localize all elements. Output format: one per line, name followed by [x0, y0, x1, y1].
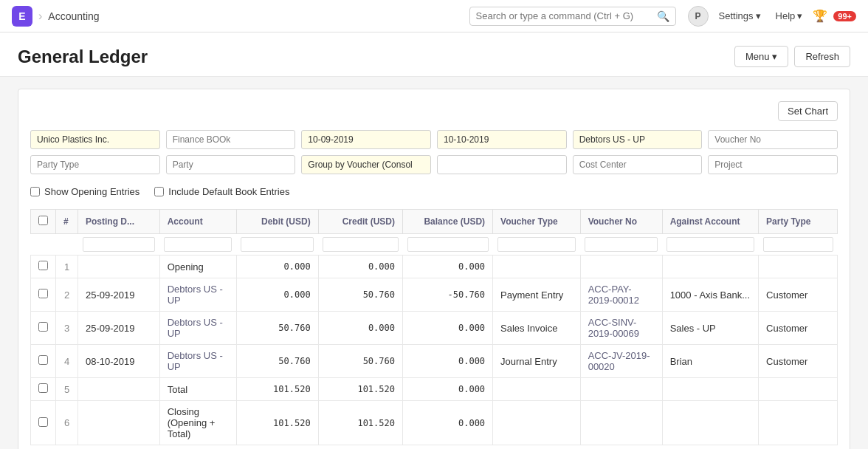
row-party-type	[759, 401, 838, 445]
table-row[interactable]: 3 25-09-2019 Debtors US - UP 50.760 0.00…	[31, 312, 838, 345]
row-account[interactable]: Debtors US - UP	[159, 345, 236, 378]
col4-filter[interactable]	[437, 155, 567, 174]
filter-cell-balance[interactable]	[403, 234, 493, 256]
search-bar[interactable]: 🔍	[469, 7, 676, 26]
row-balance: 0.000	[403, 312, 493, 345]
notification-badge[interactable]: 99+	[833, 11, 856, 21]
row-balance: 0.000	[403, 256, 493, 278]
row-posting-date	[78, 378, 160, 401]
filter-cell-credit[interactable]	[318, 234, 402, 256]
nav-breadcrumb: Accounting	[48, 10, 99, 22]
refresh-button[interactable]: Refresh	[794, 46, 850, 67]
row-voucher-type	[493, 401, 581, 445]
col-select	[31, 210, 56, 234]
row-select-cell[interactable]	[31, 256, 56, 278]
company-filter[interactable]	[30, 130, 160, 149]
filter-cell-ptype[interactable]	[759, 234, 838, 256]
filter-cell-date[interactable]	[78, 234, 160, 256]
col-party-type[interactable]: Party Type	[759, 210, 838, 234]
menu-button[interactable]: Menu ▾	[734, 46, 789, 67]
chevron-down-icon: ▾	[772, 51, 777, 62]
row-account[interactable]: Debtors US - UP	[159, 312, 236, 345]
row-select-cell[interactable]	[31, 401, 56, 445]
row-balance: -50.760	[403, 278, 493, 312]
row-against-account: Brian	[662, 345, 758, 378]
row-against-account	[662, 401, 758, 445]
show-opening-checkbox[interactable]	[30, 187, 40, 196]
col-balance[interactable]: Balance (USD)	[403, 210, 493, 234]
row-posting-date	[78, 256, 160, 278]
row-credit: 50.760	[318, 278, 402, 312]
filter-card: Set Chart Show Opening Entries	[18, 89, 850, 449]
party-filter[interactable]	[166, 155, 296, 174]
row-select-cell[interactable]	[31, 378, 56, 401]
row-voucher-no[interactable]: ACC-PAY-2019-00012	[580, 278, 662, 312]
row-debit: 101.520	[236, 378, 318, 401]
set-chart-row: Set Chart	[30, 101, 838, 121]
row-voucher-no[interactable]: ACC-JV-2019-00020	[580, 345, 662, 378]
search-icon: 🔍	[657, 10, 669, 22]
row-select-cell[interactable]	[31, 345, 56, 378]
row-voucher-no[interactable]	[580, 401, 662, 445]
filter-cell-against[interactable]	[662, 234, 758, 256]
row-balance: 0.000	[403, 401, 493, 445]
filter-cell-debit[interactable]	[236, 234, 318, 256]
settings-button[interactable]: Settings ▾	[714, 7, 765, 24]
row-posting-date: 25-09-2019	[78, 312, 160, 345]
app-icon[interactable]: E	[12, 6, 32, 27]
row-account[interactable]: Total	[159, 378, 236, 401]
help-button[interactable]: Help ▾	[771, 7, 807, 24]
table-row[interactable]: 4 08-10-2019 Debtors US - UP 50.760 50.7…	[31, 345, 838, 378]
col-credit[interactable]: Credit (USD)	[318, 210, 402, 234]
include-default-label[interactable]: Include Default Book Entries	[154, 186, 289, 197]
table-row[interactable]: 5 Total 101.520 101.520 0.000	[31, 378, 838, 401]
row-voucher-no[interactable]: ACC-SINV-2019-00069	[580, 312, 662, 345]
row-debit: 101.520	[236, 401, 318, 445]
from-date-filter[interactable]	[301, 130, 431, 149]
table-row[interactable]: 1 Opening 0.000 0.000 0.000	[31, 256, 838, 278]
row-debit: 0.000	[236, 278, 318, 312]
checkbox-row: Show Opening Entries Include Default Boo…	[30, 183, 838, 200]
col-posting-date[interactable]: Posting D...	[78, 210, 160, 234]
ledger-table: # Posting D... Account Debit (USD) Credi…	[30, 209, 838, 445]
row-posting-date: 08-10-2019	[78, 345, 160, 378]
filter-cell-num	[56, 234, 78, 256]
row-num: 3	[56, 312, 78, 345]
include-default-checkbox[interactable]	[154, 187, 164, 196]
show-opening-label[interactable]: Show Opening Entries	[30, 186, 140, 197]
cost-center-filter[interactable]	[573, 155, 703, 174]
col-account[interactable]: Account	[159, 210, 236, 234]
voucher-no-filter[interactable]	[708, 130, 838, 149]
col-voucher-no[interactable]: Voucher No	[580, 210, 662, 234]
group-by-filter[interactable]	[301, 155, 431, 174]
search-input[interactable]	[476, 10, 652, 21]
table-row[interactable]: 2 25-09-2019 Debtors US - UP 0.000 50.76…	[31, 278, 838, 312]
row-select-cell[interactable]	[31, 278, 56, 312]
header-actions: Menu ▾ Refresh	[734, 46, 850, 67]
to-date-filter[interactable]	[437, 130, 567, 149]
filter-cell-vtype[interactable]	[493, 234, 581, 256]
select-all-checkbox[interactable]	[38, 216, 48, 225]
row-account[interactable]: Opening	[159, 256, 236, 278]
party-type-filter[interactable]	[30, 155, 160, 174]
row-party-type: Customer	[759, 278, 838, 312]
row-voucher-no[interactable]	[580, 378, 662, 401]
row-credit: 101.520	[318, 401, 402, 445]
col-voucher-type[interactable]: Voucher Type	[493, 210, 581, 234]
project-filter[interactable]	[708, 155, 838, 174]
account-filter[interactable]	[573, 130, 703, 149]
filter-cell-account[interactable]	[159, 234, 236, 256]
row-account[interactable]: Closing (Opening + Total)	[159, 401, 236, 445]
finance-book-filter[interactable]	[166, 130, 296, 149]
row-against-account	[662, 256, 758, 278]
col-debit[interactable]: Debit (USD)	[236, 210, 318, 234]
set-chart-button[interactable]: Set Chart	[778, 101, 838, 121]
avatar-button[interactable]: P	[688, 6, 709, 27]
row-select-cell[interactable]	[31, 312, 56, 345]
row-account[interactable]: Debtors US - UP	[159, 278, 236, 312]
filter-cell-vno[interactable]	[580, 234, 662, 256]
col-against-account[interactable]: Against Account	[662, 210, 758, 234]
row-voucher-no[interactable]	[580, 256, 662, 278]
table-filter-row	[31, 234, 838, 256]
table-row[interactable]: 6 Closing (Opening + Total) 101.520 101.…	[31, 401, 838, 445]
